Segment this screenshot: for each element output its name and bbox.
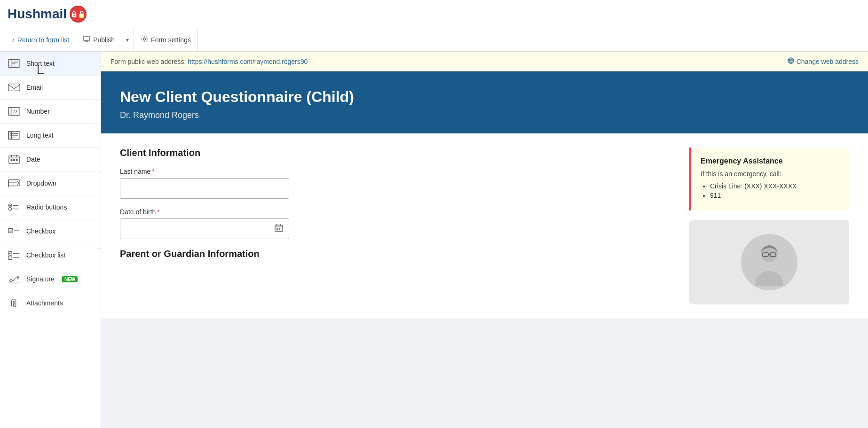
logo-text: Hushmail <box>8 7 67 22</box>
app-header: Hushmail <box>0 0 868 28</box>
publish-icon <box>83 35 90 44</box>
sidebar-item-email[interactable]: Email <box>0 76 101 100</box>
emergency-list-item: Crisis Line: (XXX) XXX-XXXX <box>710 182 840 190</box>
toolbar: ‹ Return to form list Publish ▾ Form set… <box>0 28 868 52</box>
sidebar-item-label: Dropdown <box>26 179 56 187</box>
svg-rect-7 <box>8 60 12 68</box>
sidebar-item-label: Signature <box>26 275 55 283</box>
svg-point-40 <box>17 276 19 278</box>
publish-group: Publish ▾ <box>76 28 134 52</box>
sidebar-item-attachments[interactable]: Attachments <box>0 291 101 315</box>
svg-point-3 <box>143 38 146 40</box>
svg-rect-8 <box>8 84 20 91</box>
sidebar-item-long-text[interactable]: Long text <box>0 124 101 148</box>
sidebar-item-date[interactable]: Date <box>0 148 101 171</box>
dropdown-arrow-icon: ▾ <box>126 37 129 43</box>
form-sidebar-column: Emergency Assistance If this is an emerg… <box>689 148 849 304</box>
svg-rect-21 <box>11 159 13 161</box>
emergency-list-item: 911 <box>710 192 840 199</box>
publish-dropdown-button[interactable]: ▾ <box>121 28 134 52</box>
sidebar-item-label: Radio buttons <box>26 203 67 211</box>
sidebar-item-radio-buttons[interactable]: Radio buttons <box>0 195 101 219</box>
collapse-icon: ‹ <box>101 237 101 242</box>
sidebar-item-label: Checkbox <box>26 227 55 235</box>
form-preview: New Client Questionnaire (Child) Dr. Ray… <box>101 71 868 319</box>
main-content: Form public web address: https://hushfor… <box>101 52 868 428</box>
checkbox-list-icon <box>8 250 21 260</box>
sidebar-item-label: Email <box>26 84 43 91</box>
form-subtitle: Dr. Raymond Rogers <box>120 110 849 120</box>
form-body: Client Information Last name * <box>101 133 868 319</box>
short-text-icon <box>8 58 21 69</box>
date-icon <box>8 154 21 164</box>
sidebar-item-label: Attachments <box>26 299 63 307</box>
form-title: New Client Questionnaire (Child) <box>120 88 849 106</box>
last-name-label: Last name * <box>120 168 675 175</box>
checkbox-icon <box>8 226 21 236</box>
form-fields: Client Information Last name * <box>120 148 675 304</box>
publish-button[interactable]: Publish <box>76 28 121 52</box>
svg-point-1 <box>73 15 75 16</box>
emergency-list: Crisis Line: (XXX) XXX-XXXX 911 <box>701 182 840 199</box>
sidebar-item-checkbox-list[interactable]: Checkbox list <box>0 243 101 267</box>
dob-input[interactable] <box>120 218 289 239</box>
doctor-photo-box <box>689 220 849 304</box>
return-arrow-icon: ‹ <box>12 36 15 44</box>
publish-label: Publish <box>93 36 115 44</box>
logo: Hushmail <box>8 6 87 23</box>
sidebar-item-label: Number <box>26 108 50 115</box>
dob-field-group: Date of birth * <box>120 208 675 239</box>
sidebar-item-label: Date <box>26 156 40 163</box>
last-name-input[interactable] <box>120 178 289 199</box>
globe-icon <box>788 57 794 65</box>
sidebar-item-label: Checkbox list <box>26 251 65 259</box>
required-asterisk: * <box>152 168 154 175</box>
sidebar-item-checkbox[interactable]: Checkbox <box>0 219 101 243</box>
sidebar-item-number[interactable]: 123 Number <box>0 100 101 124</box>
radio-icon <box>8 202 21 212</box>
svg-point-31 <box>8 207 12 210</box>
number-icon: 123 <box>8 106 21 117</box>
svg-rect-51 <box>276 228 278 230</box>
svg-rect-23 <box>16 159 18 161</box>
form-settings-label: Form settings <box>151 36 191 44</box>
emergency-assistance-box: Emergency Assistance If this is an emerg… <box>689 148 849 210</box>
form-header: New Client Questionnaire (Child) Dr. Ray… <box>101 71 868 133</box>
return-to-form-list-button[interactable]: ‹ Return to form list <box>6 28 76 52</box>
dropdown-icon <box>8 178 21 188</box>
guardian-info-section: Parent or Guardian Information <box>120 249 675 259</box>
app-body: ‹ Short text Email <box>0 52 868 428</box>
new-badge: NEW <box>62 276 78 282</box>
lock-icon <box>70 6 87 23</box>
sidebar-item-dropdown[interactable]: Dropdown <box>0 171 101 195</box>
signature-icon <box>8 274 21 284</box>
svg-rect-22 <box>13 159 15 161</box>
doctor-photo <box>741 234 797 290</box>
address-bar: Form public web address: https://hushfor… <box>101 52 868 71</box>
sidebar-toggle[interactable]: ‹ <box>97 232 101 249</box>
client-info-section: Client Information Last name * <box>120 148 675 239</box>
change-web-address-button[interactable]: Change web address <box>788 57 859 65</box>
sidebar-item-label: Long text <box>26 132 54 139</box>
guardian-info-title: Parent or Guardian Information <box>120 249 675 259</box>
form-url-link[interactable]: https://hushforms.com/raymond.rogers90 <box>188 58 308 65</box>
sidebar-item-signature[interactable]: Signature NEW <box>0 267 101 291</box>
required-asterisk: * <box>157 208 159 216</box>
svg-rect-37 <box>8 256 12 259</box>
svg-text:123: 123 <box>11 109 17 114</box>
emergency-title: Emergency Assistance <box>701 157 840 165</box>
last-name-field-group: Last name * <box>120 168 675 199</box>
address-label: Form public web address: https://hushfor… <box>110 58 308 65</box>
form-settings-button[interactable]: Form settings <box>134 28 198 51</box>
gear-icon <box>141 35 148 44</box>
dob-label: Date of birth * <box>120 208 675 216</box>
svg-point-29 <box>9 205 11 206</box>
return-label: Return to form list <box>17 36 69 44</box>
svg-rect-2 <box>84 36 89 41</box>
change-address-label: Change web address <box>797 58 859 65</box>
sidebar: ‹ Short text Email <box>0 52 101 428</box>
client-info-title: Client Information <box>120 148 675 158</box>
sidebar-item-short-text[interactable]: Short text <box>0 52 101 76</box>
attachments-icon <box>8 298 21 308</box>
address-bar-label-text: Form public web address: <box>110 58 186 65</box>
